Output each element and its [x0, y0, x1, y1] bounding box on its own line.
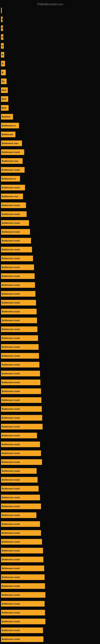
bar-label: Bottleneck result [2, 443, 20, 446]
bar-label: Bottleneck result [2, 381, 20, 384]
bar-row: Bottleneck result [1, 334, 100, 342]
bar: B [1, 70, 6, 75]
bar-row: Bottleneck resu [1, 192, 100, 201]
bar-label: Bottleneck result [2, 523, 20, 525]
bar-label: B [2, 27, 3, 30]
bar-row: Bottleneck result [1, 590, 100, 599]
bar-label: Bottleneck re [2, 124, 16, 127]
bar-row: Bottleneck result [1, 466, 100, 475]
bar-row: Bottleneck result [1, 564, 100, 573]
bar-label: Bottleneck result [2, 478, 20, 481]
bar: Bottleneck re [1, 123, 19, 128]
bar: Bottleneck result [1, 167, 25, 173]
bar-label: Bottlene [2, 116, 11, 118]
bar-row: Bottleneck result [1, 369, 100, 378]
bar-label: Bottleneck result [2, 452, 20, 454]
bar: Bottleneck result [1, 495, 40, 500]
bar: Bottlene [1, 114, 13, 120]
bar-label: Bottleneck result [2, 576, 20, 578]
bar-label: Bottleneck result [2, 585, 20, 587]
bar-label: Bottleneck result [2, 222, 20, 224]
bar-label: Bottleneck result [2, 514, 20, 516]
bar-label: Bottleneck result [2, 275, 20, 277]
bar: Bottleneck result [1, 601, 45, 606]
bar-label: Bottleneck result [2, 390, 20, 392]
bar-row: Bottleneck result [1, 422, 100, 431]
bar-row: Bottleneck result [1, 502, 100, 511]
bar-row: Bottleneck result [1, 201, 100, 210]
bar: Bottleneck result [1, 238, 31, 244]
bar: Bottleneck result [1, 521, 40, 527]
bar-row [1, 6, 100, 15]
bar-row: Bottleneck result [1, 387, 100, 396]
bar-row: Bottleneck result [1, 537, 100, 546]
bar: Bottleneck result [1, 486, 39, 492]
bar-label: Bottleneck result [2, 550, 20, 552]
bar: Bottleneck resu [1, 158, 23, 164]
bar-label: Bottleneck result [2, 266, 20, 268]
bar-label: Bott [2, 107, 6, 109]
bar-row: Bottleneck result [1, 307, 100, 316]
bar-row: Bottleneck result [1, 520, 100, 528]
bar: Bottleneck result [1, 636, 43, 642]
bar: Bottleneck result [1, 424, 43, 430]
bar: Bottleneck result [1, 353, 39, 359]
bar-row: Bottleneck [1, 130, 100, 139]
bar-label: Bottleneck result [2, 328, 20, 330]
bar: Bottleneck result [1, 220, 29, 226]
bar: Bottleneck result [1, 459, 42, 465]
bar-label: Bottleneck [2, 133, 13, 136]
bar-row: Bottleneck result [1, 617, 100, 626]
bar-row: Bottleneck result [1, 449, 100, 458]
bar-label: Bottleneck result [2, 532, 20, 534]
bar-label: Bottleneck result [2, 310, 20, 313]
bar: Bottleneck result [1, 256, 33, 261]
bar-row: Bottleneck result [1, 396, 100, 404]
bar-label: Bottleneck result [2, 186, 20, 189]
bar-label: Bottleneck resu [2, 142, 18, 144]
bar-row: Bottleneck result [1, 413, 100, 422]
bar: Bottleneck result [1, 530, 41, 536]
bar-label: Bottleneck result [2, 496, 20, 499]
bar-label: B [2, 54, 3, 56]
bars-container: BBBBBBBBoBottBottBottBottleneBottleneck … [0, 6, 100, 644]
bar-row: Bottleneck result [1, 360, 100, 369]
bar-row: Bottleneck result [1, 440, 100, 449]
bar-row: Bottleneck result [1, 511, 100, 520]
bar-row: Bottleneck result [1, 254, 100, 263]
bar-row: B [1, 15, 100, 24]
bar-row: Bottleneck result [1, 342, 100, 352]
bar: Bottleneck re [1, 176, 20, 182]
bar: Bottleneck result [1, 264, 34, 270]
bar-label: B [2, 71, 3, 74]
bar: Bottleneck result [1, 362, 39, 368]
bar-row: Bottleneck re [1, 121, 100, 130]
bar-row: Bottleneck result [1, 475, 100, 484]
bar-row: Bottleneck result [1, 263, 100, 272]
bar-row: Bottleneck result [1, 635, 100, 644]
bar-row: Bott [1, 104, 100, 112]
bar: Bott [1, 87, 8, 93]
bar-label: Bottleneck result [2, 505, 20, 508]
bar: Bottleneck resu [1, 140, 22, 146]
bar-label: Bottleneck result [2, 240, 20, 242]
bar: B [1, 52, 4, 58]
bar: Bott [1, 105, 9, 111]
bar: Bottleneck result [1, 557, 43, 562]
bar-label: Bottleneck result [2, 470, 20, 472]
bar-label: Bottleneck result [2, 416, 20, 419]
bar: Bottleneck result [1, 406, 42, 412]
bar-row: B [1, 59, 100, 68]
bar: Bottleneck result [1, 450, 41, 456]
bar-row: Bottleneck result [1, 528, 100, 537]
bar: Bottleneck result [1, 504, 41, 509]
bar: Bottleneck result [1, 583, 45, 589]
bar-row: Bott [1, 86, 100, 94]
bar-row: Bottleneck result [1, 236, 100, 245]
bar: Bottleneck result [1, 539, 42, 544]
bar: Bottleneck result [1, 442, 40, 447]
bar: Bottleneck result [1, 229, 30, 235]
bar-row: Bo [1, 77, 100, 86]
bar: Bott [1, 96, 8, 102]
bar-row: B [1, 50, 100, 59]
